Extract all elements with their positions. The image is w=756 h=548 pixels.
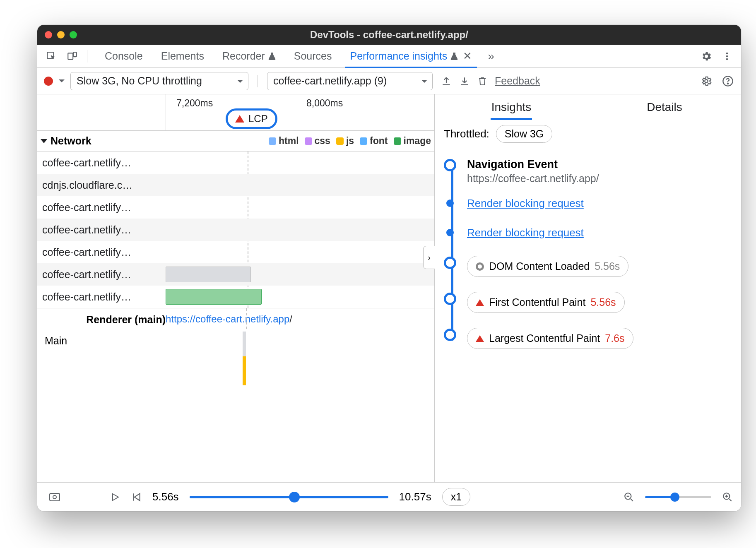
tab-label: Performance insights [350, 50, 448, 62]
network-row[interactable]: coffee-cart.netlify… [37, 263, 434, 286]
tab-details[interactable]: Details [588, 94, 741, 120]
timeline-item: Render blocking request [467, 226, 732, 239]
network-row-label: cdnjs.cloudflare.c… [42, 179, 166, 191]
svg-point-6 [705, 79, 708, 82]
skip-start-icon[interactable] [131, 492, 142, 502]
zoom-out-icon[interactable] [624, 492, 634, 502]
expand-pane-button[interactable]: › [423, 246, 435, 269]
network-row[interactable]: coffee-cart.netlify… [37, 196, 434, 219]
network-section-header[interactable]: Network htmlcssjsfontimage [37, 131, 434, 151]
network-legend: htmlcssjsfontimage [269, 135, 431, 147]
legend-swatch [269, 137, 276, 145]
legend-swatch [305, 137, 312, 145]
network-row[interactable]: coffee-cart.netlify… [37, 286, 434, 308]
event-label: DOM Content Loaded [489, 260, 590, 272]
renderer-main-label: Main [37, 331, 166, 413]
network-row-label: coffee-cart.netlify… [42, 202, 166, 214]
zoom-thumb[interactable] [670, 493, 679, 502]
window-title: DevTools - coffee-cart.netlify.app/ [37, 29, 741, 41]
timeline-pane: 7,200ms 8,000ms LCP Network htmlcssjsfon… [37, 94, 435, 482]
tab-insights[interactable]: Insights [435, 94, 588, 120]
legend-item: image [394, 135, 431, 147]
network-track [166, 177, 434, 193]
tab-label: Elements [161, 50, 204, 62]
devtools-tabstrip: Console Elements Recorder Sources Perfor… [37, 45, 741, 68]
network-rows: coffee-cart.netlify…cdnjs.cloudflare.c…c… [37, 151, 434, 308]
event-subtitle: https://coffee-cart.netlify.app/ [467, 173, 732, 185]
timeline-item: Largest Contentful Paint 7.6s [467, 328, 732, 349]
delete-icon[interactable] [477, 76, 487, 87]
slider-thumb[interactable] [289, 492, 300, 502]
network-row[interactable]: coffee-cart.netlify… [37, 151, 434, 174]
feedback-link[interactable]: Feedback [495, 75, 540, 87]
event-pill[interactable]: DOM Content Loaded 5.56s [467, 256, 628, 277]
tab-label: Recorder [222, 50, 265, 62]
page-select[interactable]: coffee-cart.netlify.app (9) [267, 72, 433, 90]
renderer-section-header[interactable]: Renderer (main) [37, 308, 166, 331]
legend-label: font [370, 135, 388, 147]
main-split: 7,200ms 8,000ms LCP Network htmlcssjsfon… [37, 94, 741, 482]
network-bar[interactable] [166, 267, 251, 282]
network-track [166, 289, 434, 305]
task-block[interactable] [243, 332, 246, 356]
panel-settings-gear-icon[interactable] [697, 72, 715, 90]
zoom-slider[interactable] [645, 496, 711, 498]
window-titlebar: DevTools - coffee-cart.netlify.app/ [37, 25, 741, 45]
legend-item: css [305, 135, 330, 147]
import-icon[interactable] [459, 76, 470, 87]
tab-console[interactable]: Console [96, 45, 152, 68]
render-blocking-link[interactable]: Render blocking request [467, 197, 584, 209]
network-row[interactable]: coffee-cart.netlify… [37, 219, 434, 241]
device-toolbar-icon[interactable] [63, 47, 81, 65]
tab-sources[interactable]: Sources [285, 45, 341, 68]
help-icon[interactable] [721, 72, 734, 90]
network-row-label: coffee-cart.netlify… [42, 246, 166, 258]
playhead-slider[interactable] [190, 496, 388, 498]
export-icon[interactable] [441, 76, 452, 87]
record-button[interactable] [44, 77, 53, 86]
svg-point-10 [53, 495, 56, 499]
warning-triangle-icon [476, 335, 484, 342]
minimize-window-button[interactable] [57, 31, 65, 38]
renderer-url-link[interactable]: https://coffee-cart.netlify.app/ [166, 313, 292, 324]
throttle-row: Throttled: Slow 3G [435, 120, 741, 148]
play-icon[interactable] [110, 492, 120, 502]
lcp-marker[interactable]: LCP [226, 108, 277, 129]
close-window-button[interactable] [45, 31, 52, 38]
event-pill[interactable]: First Contentful Paint 5.56s [467, 292, 625, 313]
separator [258, 75, 258, 87]
time-ruler[interactable]: 7,200ms 8,000ms LCP [37, 94, 434, 131]
throttled-value-pill[interactable]: Slow 3G [496, 125, 552, 143]
task-block[interactable] [243, 356, 246, 385]
network-row[interactable]: coffee-cart.netlify… [37, 241, 434, 263]
more-tabs-icon[interactable]: » [484, 50, 498, 63]
ring-icon [476, 262, 484, 271]
timeline-node [444, 257, 456, 269]
tab-elements[interactable]: Elements [152, 45, 213, 68]
throttling-select[interactable]: Slow 3G, No CPU throttling [70, 72, 248, 90]
devtools-window: DevTools - coffee-cart.netlify.app/ Cons… [37, 25, 741, 511]
screenshot-toggle-icon[interactable] [46, 488, 64, 506]
url-suffix: / [289, 313, 292, 324]
zoom-in-icon[interactable] [722, 492, 733, 502]
insights-pane: Insights Details Throttled: Slow 3G Navi… [435, 94, 741, 482]
speed-pill[interactable]: x1 [442, 488, 470, 506]
network-bar[interactable] [166, 289, 262, 305]
kebab-menu-icon[interactable] [718, 47, 736, 65]
close-tab-icon[interactable]: ✕ [463, 50, 472, 62]
network-row-label: coffee-cart.netlify… [42, 269, 166, 281]
warning-triangle-icon [476, 299, 484, 306]
record-menu-chevron-icon[interactable] [59, 79, 65, 85]
inspect-element-icon[interactable] [42, 47, 60, 65]
tab-recorder[interactable]: Recorder [213, 45, 285, 68]
playhead-end-time: 10.57s [399, 490, 431, 503]
main-thread-label: Main [45, 335, 67, 413]
render-blocking-link[interactable]: Render blocking request [467, 226, 584, 239]
maximize-window-button[interactable] [70, 31, 77, 38]
settings-gear-icon[interactable] [697, 47, 715, 65]
event-pill[interactable]: Largest Contentful Paint 7.6s [467, 328, 633, 349]
network-row[interactable]: cdnjs.cloudflare.c… [37, 174, 434, 196]
timeline-node [444, 329, 456, 341]
tab-performance-insights[interactable]: Performance insights ✕ [341, 45, 482, 68]
legend-swatch [336, 137, 344, 145]
